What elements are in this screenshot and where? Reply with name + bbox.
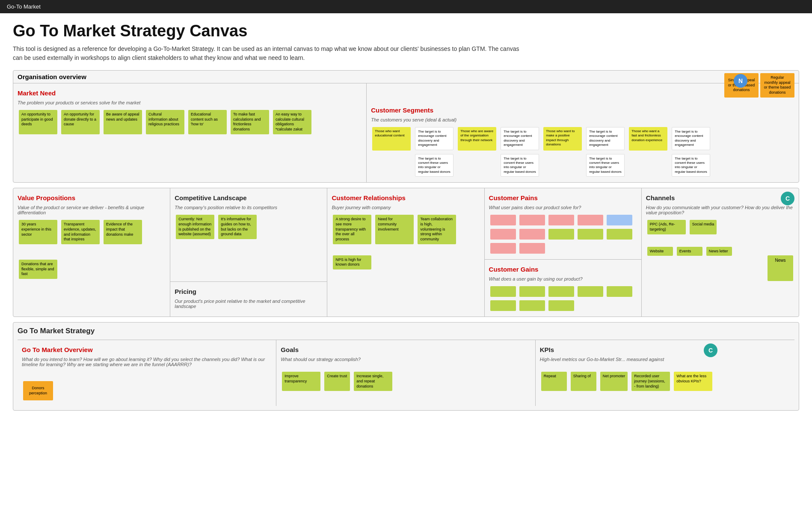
vp-note-0: 30 years experience in this sector (19, 220, 57, 244)
gain-note-4 (578, 286, 603, 297)
seg-note-4-top: The target is to encourage content disco… (501, 127, 539, 150)
kpis-subtitle: High-level metrics our Go-to-Market Str.… (540, 357, 790, 362)
org-section-label: Organisation overview (13, 71, 799, 80)
avatar-c-channels: C (781, 192, 794, 205)
gains-subtitle: What does a user gain by using our produ… (489, 276, 637, 281)
gtm-overview-cell: Go To Market Overview What do you intend… (18, 340, 276, 406)
cust-rel-cell: Customer Relationships Buyer journey wit… (327, 188, 484, 317)
market-note-1: An opportunity for donate directly to a … (61, 110, 100, 134)
pain-note-10 (607, 229, 632, 240)
goals-title: Goals (281, 344, 530, 355)
page-description: This tool is designed as a reference for… (13, 44, 526, 62)
vp-notes: 30 years experience in this sector Trans… (18, 219, 166, 280)
gain-note-8 (548, 300, 574, 311)
comp-notes: Currently: Not enough information is pub… (175, 213, 323, 240)
comp-note-1: It's informative for guides on how to, b… (218, 215, 257, 239)
channels-title: Channels (646, 192, 794, 203)
donors-perception-note: Donors perception (23, 381, 53, 400)
gtm-overview-notes: Donors perception (22, 380, 272, 402)
pains-subtitle: What user pains does our product solve f… (489, 205, 637, 210)
seg-note-7-top: Those who want a fast and frictionless d… (629, 127, 667, 151)
gains-notes (489, 285, 637, 312)
gain-note-1 (490, 286, 516, 297)
avatar-n: N (734, 74, 747, 88)
gain-note-7 (519, 300, 545, 311)
page-title: Go To Market Strategy Canvas (13, 22, 799, 40)
comp-note-0: Currently: Not enough information is pub… (176, 215, 214, 239)
gain-note-6 (490, 300, 516, 311)
market-note-6: An easy way to calculate cultural obliga… (273, 110, 311, 134)
market-need-cell: Market Need The problem your products or… (13, 83, 367, 182)
org-grid: Market Need The problem your products or… (13, 83, 799, 182)
pain-note-12 (519, 243, 545, 254)
goals-notes: Improve transparency Create trust Increa… (281, 370, 530, 392)
comp-landscape-cell: Competitive Landscape The company's posi… (170, 188, 327, 282)
pricing-subtitle: Our product's price point relative to th… (175, 299, 323, 309)
seg-note-6-top: The target is to encourage content disco… (586, 127, 625, 150)
vp-note-1: Transparent evidence, updates, and infor… (61, 220, 100, 244)
gtm-grid: Go To Market Overview What do you intend… (18, 340, 794, 406)
gtm-section-label: Go To Market Strategy (18, 327, 794, 335)
segment-col-3: Those who are aware of the organisation … (456, 126, 498, 178)
news-sticky-area: News (766, 254, 794, 282)
segment-col-6: The target is to encourage content disco… (585, 126, 626, 178)
gain-note-3 (548, 286, 574, 297)
segment-col-5: Those who want to make a positive impact… (542, 126, 583, 178)
channels-cell: C Channels How do you communicate with y… (642, 188, 799, 317)
cust-rel-subtitle: Buyer journey with company (332, 205, 480, 210)
kpi-note-2: Net promoter (600, 372, 628, 391)
ch-note-0: PPC (Ads, Re-targeting) (647, 220, 686, 234)
customer-segments-cell: Customer Segments The customers you serv… (367, 83, 799, 182)
pains-gains-cell: Customer Pains What user pains does our … (485, 188, 642, 317)
main-canvas: Value Propositions Value of the product … (13, 188, 799, 317)
segment-col-4: The target is to encourage content disco… (499, 126, 540, 178)
pain-note-11 (490, 243, 516, 254)
news-sticky: News (768, 255, 793, 281)
goals-subtitle: What should our strategy accomplish? (281, 357, 530, 362)
seg-note-8-bot: The target is to convert these users int… (672, 154, 710, 177)
pain-note-2 (519, 215, 545, 225)
market-need-subtitle: The problem your products or services so… (18, 100, 362, 105)
goal-note-0: Improve transparency (282, 372, 320, 391)
pain-note-4 (578, 215, 603, 225)
ch-note-1: Social media (690, 220, 717, 234)
cr-note-0: A strong desire to see more transparency… (333, 215, 371, 244)
seg-note-6-bot: The target is to convert these users int… (586, 154, 625, 177)
org-overview-section: Organisation overview N Singular appeal … (13, 70, 799, 183)
pains-title: Customer Pains (489, 192, 637, 203)
ch-note-3: Events (677, 247, 702, 256)
orange-note-2: Regular monthly appeal or theme based do… (760, 73, 794, 98)
vp-subtitle: Value of the product or service we deliv… (18, 205, 166, 215)
segment-col-1: Those who want educational content (371, 126, 412, 178)
customer-segments-title: Customer Segments (371, 105, 794, 115)
pain-note-9 (578, 229, 603, 240)
vp-title: Value Propositions (18, 192, 166, 203)
kpi-note-3: Recorded user journey (sessions, - from … (631, 372, 670, 391)
pain-note-6 (490, 229, 516, 240)
cr-note-3: NPS is high for known donors (333, 255, 371, 269)
gtm-overview-title: Go To Market Overview (22, 344, 272, 355)
segment-col-8: The target is to encourage content disco… (670, 126, 711, 178)
kpis-notes: Repeat Sharing of Net promoter Recorded … (540, 370, 790, 392)
vp-note-2: Evidence of the impact that donations ma… (104, 220, 142, 244)
segment-col-2: The target is to encourage content disco… (414, 126, 455, 178)
market-note-5: To make fast calculations and frictionle… (231, 110, 269, 134)
segments-row: Those who want educational content The t… (371, 126, 794, 178)
pain-note-5 (607, 215, 632, 225)
market-need-notes: An opportunity to participate in good de… (18, 109, 362, 136)
seg-note-5-top: Those who want to make a positive impact… (543, 127, 582, 151)
cr-note-2: Team collaboration is high, volunteering… (418, 215, 456, 244)
page-content: Go To Market Strategy Canvas This tool i… (0, 13, 812, 419)
channels-notes: PPC (Ads, Re-targeting) Social media Web… (646, 219, 794, 257)
comp-title: Competitive Landscape (175, 192, 323, 203)
cust-pains-cell: Customer Pains What user pains does our … (485, 188, 641, 260)
seg-note-4-bot: The target is to convert these users int… (501, 154, 539, 177)
seg-note-2-top: The target is to encourage content disco… (415, 127, 453, 150)
pains-notes (489, 213, 637, 255)
market-note-2: Be aware of appeal news and updates (104, 110, 142, 134)
kpi-note-0: Repeat (541, 372, 567, 391)
gain-note-5 (607, 286, 632, 297)
segment-col-7: Those who want a fast and frictionless d… (628, 126, 669, 178)
goals-cell: Goals What should our strategy accomplis… (276, 340, 535, 406)
vp-note-3: Donations that are flexible, simple and … (19, 260, 57, 279)
